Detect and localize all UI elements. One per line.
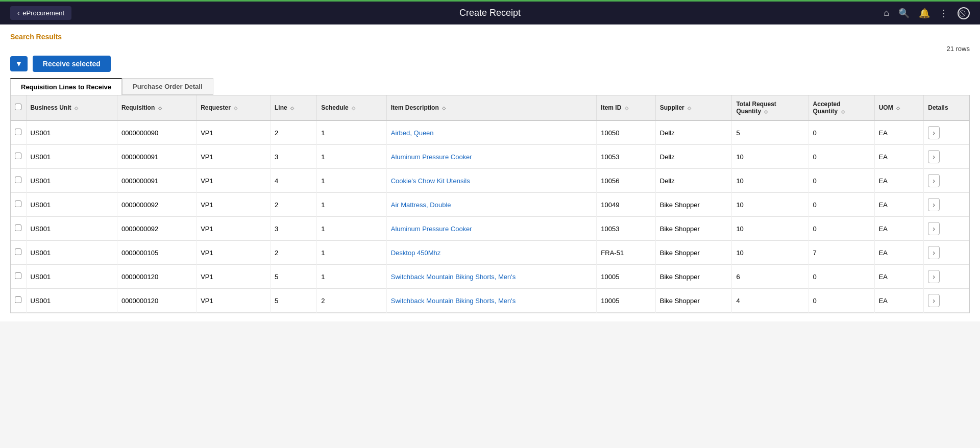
col-line[interactable]: Line ◇ <box>271 95 317 120</box>
cell-accepted-qty: 0 <box>808 289 874 313</box>
row-checkbox[interactable] <box>15 225 21 231</box>
col-total-request-qty[interactable]: Total RequestQuantity ◇ <box>732 95 808 120</box>
row-checkbox-cell[interactable] <box>11 169 26 193</box>
cell-accepted-qty: 7 <box>808 241 874 265</box>
bell-icon[interactable]: 🔔 <box>919 8 930 19</box>
cell-details[interactable]: › <box>924 145 969 169</box>
details-button[interactable]: › <box>928 198 940 211</box>
cell-uom: EA <box>874 145 924 169</box>
col-item-description[interactable]: Item Description ◇ <box>386 95 597 120</box>
back-button[interactable]: ‹ eProcurement <box>10 6 71 20</box>
receive-selected-button[interactable]: Receive selected <box>33 56 111 72</box>
search-results-label: Search Results <box>10 33 970 41</box>
cell-item-id: 10053 <box>597 217 655 241</box>
cell-details[interactable]: › <box>924 289 969 313</box>
row-checkbox[interactable] <box>15 272 21 279</box>
row-checkbox-cell[interactable] <box>11 145 26 169</box>
details-button[interactable]: › <box>928 150 940 163</box>
cell-requester: VP1 <box>197 289 271 313</box>
row-checkbox[interactable] <box>15 177 21 183</box>
row-checkbox-cell[interactable] <box>11 193 26 217</box>
cell-details[interactable]: › <box>924 241 969 265</box>
item-description-link[interactable]: Air Mattress, Double <box>391 201 451 209</box>
page-title: Create Receipt <box>459 8 521 18</box>
cell-item-description[interactable]: Switchback Mountain Biking Shorts, Men's <box>386 265 597 289</box>
select-all-header[interactable] <box>11 95 26 120</box>
cell-total-request-qty: 5 <box>732 120 808 145</box>
cell-business-unit: US001 <box>26 120 117 145</box>
col-item-id[interactable]: Item ID ◇ <box>597 95 655 120</box>
details-button[interactable]: › <box>928 222 940 235</box>
cell-schedule: 1 <box>317 241 386 265</box>
item-description-link[interactable]: Aluminum Pressure Cooker <box>391 153 472 161</box>
item-description-link[interactable]: Aluminum Pressure Cooker <box>391 225 472 233</box>
cell-item-description[interactable]: Aluminum Pressure Cooker <box>386 145 597 169</box>
cell-requester: VP1 <box>197 120 271 145</box>
more-icon[interactable]: ⋮ <box>939 8 948 19</box>
cell-details[interactable]: › <box>924 169 969 193</box>
row-checkbox-cell[interactable] <box>11 289 26 313</box>
cell-item-description[interactable]: Desktop 450Mhz <box>386 241 597 265</box>
sort-icon: ◇ <box>75 106 80 111</box>
cell-requisition: 0000000120 <box>117 265 196 289</box>
item-description-link[interactable]: Switchback Mountain Biking Shorts, Men's <box>391 273 516 281</box>
item-description-link[interactable]: Airbed, Queen <box>391 129 434 137</box>
details-button[interactable]: › <box>928 174 940 187</box>
item-description-link[interactable]: Switchback Mountain Biking Shorts, Men's <box>391 297 516 305</box>
no-entry-icon[interactable]: ⃠ <box>958 7 970 19</box>
row-checkbox[interactable] <box>15 296 21 303</box>
cell-details[interactable]: › <box>924 265 969 289</box>
select-all-checkbox[interactable] <box>15 104 21 110</box>
cell-uom: EA <box>874 193 924 217</box>
cell-line: 3 <box>271 217 317 241</box>
cell-details[interactable]: › <box>924 193 969 217</box>
cell-details[interactable]: › <box>924 217 969 241</box>
cell-item-description[interactable]: Air Mattress, Double <box>386 193 597 217</box>
cell-supplier: Bike Shopper <box>655 289 732 313</box>
cell-details[interactable]: › <box>924 120 969 145</box>
row-checkbox-cell[interactable] <box>11 265 26 289</box>
search-icon[interactable]: 🔍 <box>898 8 910 19</box>
item-description-link[interactable]: Cookie's Chow Kit Utensils <box>391 177 470 185</box>
details-button[interactable]: › <box>928 294 940 307</box>
cell-schedule: 2 <box>317 289 386 313</box>
cell-supplier: Bike Shopper <box>655 241 732 265</box>
home-icon[interactable]: ⌂ <box>884 8 889 18</box>
cell-supplier: Bike Shopper <box>655 217 732 241</box>
details-button[interactable]: › <box>928 246 940 259</box>
row-checkbox[interactable] <box>15 153 21 159</box>
cell-requester: VP1 <box>197 145 271 169</box>
col-requester[interactable]: Requester ◇ <box>197 95 271 120</box>
filter-button[interactable]: ▼ <box>10 56 28 71</box>
cell-item-description[interactable]: Aluminum Pressure Cooker <box>386 217 597 241</box>
cell-item-description[interactable]: Cookie's Chow Kit Utensils <box>386 169 597 193</box>
col-supplier[interactable]: Supplier ◇ <box>655 95 732 120</box>
cell-business-unit: US001 <box>26 169 117 193</box>
row-checkbox-cell[interactable] <box>11 241 26 265</box>
tab-requisition-lines[interactable]: Requisition Lines to Receive <box>10 78 122 95</box>
details-button[interactable]: › <box>928 270 940 283</box>
cell-requester: VP1 <box>197 241 271 265</box>
col-requisition[interactable]: Requisition ◇ <box>117 95 196 120</box>
cell-accepted-qty: 0 <box>808 265 874 289</box>
row-checkbox-cell[interactable] <box>11 217 26 241</box>
cell-schedule: 1 <box>317 169 386 193</box>
item-description-link[interactable]: Desktop 450Mhz <box>391 249 441 257</box>
cell-uom: EA <box>874 217 924 241</box>
cell-item-id: 10056 <box>597 169 655 193</box>
row-checkbox-cell[interactable] <box>11 120 26 145</box>
col-uom[interactable]: UOM ◇ <box>874 95 924 120</box>
col-business-unit[interactable]: Business Unit ◇ <box>26 95 117 120</box>
cell-item-description[interactable]: Switchback Mountain Biking Shorts, Men's <box>386 289 597 313</box>
details-button[interactable]: › <box>928 126 940 139</box>
row-checkbox[interactable] <box>15 201 21 207</box>
cell-item-description[interactable]: Airbed, Queen <box>386 120 597 145</box>
cell-business-unit: US001 <box>26 289 117 313</box>
cell-uom: EA <box>874 169 924 193</box>
tab-purchase-order[interactable]: Purchase Order Detail <box>122 78 213 95</box>
col-accepted-qty[interactable]: AcceptedQuantity ◇ <box>808 95 874 120</box>
row-checkbox[interactable] <box>15 248 21 255</box>
col-schedule[interactable]: Schedule ◇ <box>317 95 386 120</box>
cell-item-id: 10005 <box>597 289 655 313</box>
row-checkbox[interactable] <box>15 129 21 135</box>
